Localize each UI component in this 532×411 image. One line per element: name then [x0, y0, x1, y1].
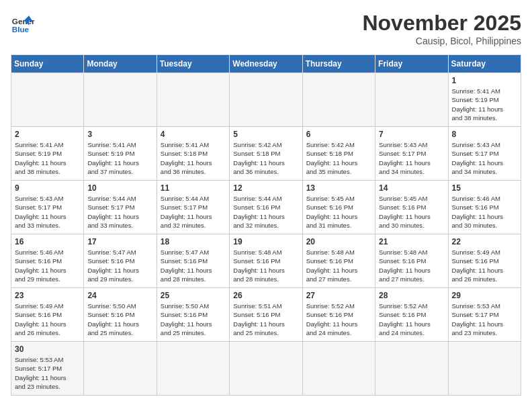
calendar-cell	[84, 73, 157, 127]
calendar-cell	[11, 73, 84, 127]
calendar-cell: 4Sunrise: 5:41 AM Sunset: 5:18 PM Daylig…	[157, 127, 229, 181]
calendar-cell: 18Sunrise: 5:47 AM Sunset: 5:16 PM Dayli…	[157, 234, 229, 288]
day-number: 25	[161, 291, 226, 300]
logo: General Blue	[11, 11, 35, 35]
day-number: 18	[161, 237, 226, 246]
day-info: Sunrise: 5:49 AM Sunset: 5:16 PM Dayligh…	[15, 302, 80, 337]
day-number: 24	[87, 291, 152, 300]
day-info: Sunrise: 5:45 AM Sunset: 5:16 PM Dayligh…	[306, 194, 371, 230]
day-info: Sunrise: 5:42 AM Sunset: 5:18 PM Dayligh…	[233, 140, 298, 176]
day-number: 4	[161, 130, 226, 139]
calendar-cell	[375, 73, 448, 127]
calendar-cell: 12Sunrise: 5:44 AM Sunset: 5:16 PM Dayli…	[230, 181, 302, 234]
weekday-header-tuesday: Tuesday	[157, 55, 229, 73]
calendar-cell: 7Sunrise: 5:43 AM Sunset: 5:17 PM Daylig…	[375, 127, 448, 181]
day-number: 21	[379, 237, 444, 246]
calendar-cell: 1Sunrise: 5:41 AM Sunset: 5:19 PM Daylig…	[448, 73, 521, 127]
calendar-cell: 14Sunrise: 5:45 AM Sunset: 5:16 PM Dayli…	[375, 181, 448, 234]
day-number: 11	[161, 183, 226, 193]
calendar-cell: 16Sunrise: 5:46 AM Sunset: 5:16 PM Dayli…	[11, 234, 84, 288]
day-number: 13	[306, 183, 371, 193]
calendar-cell: 2Sunrise: 5:41 AM Sunset: 5:19 PM Daylig…	[11, 127, 84, 181]
day-info: Sunrise: 5:42 AM Sunset: 5:18 PM Dayligh…	[306, 140, 371, 176]
day-number: 15	[452, 183, 517, 193]
calendar-cell	[302, 342, 375, 396]
day-number: 3	[87, 130, 152, 139]
calendar-table: SundayMondayTuesdayWednesdayThursdayFrid…	[11, 54, 521, 396]
weekday-header-row: SundayMondayTuesdayWednesdayThursdayFrid…	[11, 55, 521, 73]
day-number: 26	[233, 291, 298, 300]
calendar-cell	[84, 342, 157, 396]
calendar-cell: 26Sunrise: 5:51 AM Sunset: 5:16 PM Dayli…	[230, 288, 302, 342]
day-number: 1	[452, 76, 517, 85]
day-number: 20	[306, 237, 371, 246]
day-info: Sunrise: 5:44 AM Sunset: 5:17 PM Dayligh…	[87, 194, 152, 230]
day-number: 16	[15, 237, 80, 246]
day-info: Sunrise: 5:48 AM Sunset: 5:16 PM Dayligh…	[233, 248, 298, 283]
calendar-cell	[157, 342, 229, 396]
day-number: 10	[87, 183, 152, 193]
day-number: 29	[452, 291, 517, 300]
day-info: Sunrise: 5:52 AM Sunset: 5:16 PM Dayligh…	[379, 302, 444, 337]
weekday-header-thursday: Thursday	[302, 55, 375, 73]
page-header: General Blue November 2025 Causip, Bicol…	[11, 11, 521, 46]
calendar-cell: 28Sunrise: 5:52 AM Sunset: 5:16 PM Dayli…	[375, 288, 448, 342]
day-info: Sunrise: 5:51 AM Sunset: 5:16 PM Dayligh…	[233, 302, 298, 337]
calendar-cell: 19Sunrise: 5:48 AM Sunset: 5:16 PM Dayli…	[230, 234, 302, 288]
day-number: 2	[15, 130, 80, 139]
day-info: Sunrise: 5:47 AM Sunset: 5:16 PM Dayligh…	[87, 248, 152, 283]
day-number: 12	[233, 183, 298, 193]
day-info: Sunrise: 5:49 AM Sunset: 5:16 PM Dayligh…	[452, 248, 517, 283]
day-number: 22	[452, 237, 517, 246]
day-info: Sunrise: 5:46 AM Sunset: 5:16 PM Dayligh…	[452, 194, 517, 230]
calendar-cell: 20Sunrise: 5:48 AM Sunset: 5:16 PM Dayli…	[302, 234, 375, 288]
calendar-cell: 3Sunrise: 5:41 AM Sunset: 5:19 PM Daylig…	[84, 127, 157, 181]
day-info: Sunrise: 5:50 AM Sunset: 5:16 PM Dayligh…	[161, 302, 226, 337]
calendar-cell: 15Sunrise: 5:46 AM Sunset: 5:16 PM Dayli…	[448, 181, 521, 234]
calendar-cell	[375, 342, 448, 396]
calendar-week-row: 9Sunrise: 5:43 AM Sunset: 5:17 PM Daylig…	[11, 181, 521, 234]
day-number: 9	[15, 183, 80, 193]
calendar-cell: 23Sunrise: 5:49 AM Sunset: 5:16 PM Dayli…	[11, 288, 84, 342]
day-info: Sunrise: 5:41 AM Sunset: 5:19 PM Dayligh…	[452, 87, 517, 122]
calendar-cell: 22Sunrise: 5:49 AM Sunset: 5:16 PM Dayli…	[448, 234, 521, 288]
calendar-week-row: 2Sunrise: 5:41 AM Sunset: 5:19 PM Daylig…	[11, 127, 521, 181]
day-number: 28	[379, 291, 444, 300]
day-info: Sunrise: 5:41 AM Sunset: 5:18 PM Dayligh…	[161, 140, 226, 176]
day-number: 8	[452, 130, 517, 139]
calendar-cell	[448, 342, 521, 396]
calendar-cell	[157, 73, 229, 127]
location: Causip, Bicol, Philippines	[362, 36, 521, 46]
day-info: Sunrise: 5:53 AM Sunset: 5:17 PM Dayligh…	[15, 355, 80, 391]
calendar-cell: 17Sunrise: 5:47 AM Sunset: 5:16 PM Dayli…	[84, 234, 157, 288]
day-info: Sunrise: 5:53 AM Sunset: 5:17 PM Dayligh…	[452, 302, 517, 337]
weekday-header-monday: Monday	[84, 55, 157, 73]
calendar-cell: 25Sunrise: 5:50 AM Sunset: 5:16 PM Dayli…	[157, 288, 229, 342]
calendar-cell: 21Sunrise: 5:48 AM Sunset: 5:16 PM Dayli…	[375, 234, 448, 288]
day-info: Sunrise: 5:43 AM Sunset: 5:17 PM Dayligh…	[15, 194, 80, 230]
calendar-cell	[230, 73, 302, 127]
calendar-cell	[230, 342, 302, 396]
month-title: November 2025	[362, 11, 521, 36]
weekday-header-wednesday: Wednesday	[230, 55, 302, 73]
calendar-cell: 6Sunrise: 5:42 AM Sunset: 5:18 PM Daylig…	[302, 127, 375, 181]
calendar-cell: 30Sunrise: 5:53 AM Sunset: 5:17 PM Dayli…	[11, 342, 84, 396]
day-number: 6	[306, 130, 371, 139]
calendar-cell	[302, 73, 375, 127]
calendar-cell: 8Sunrise: 5:43 AM Sunset: 5:17 PM Daylig…	[448, 127, 521, 181]
day-info: Sunrise: 5:52 AM Sunset: 5:16 PM Dayligh…	[306, 302, 371, 337]
day-number: 17	[87, 237, 152, 246]
day-number: 14	[379, 183, 444, 193]
weekday-header-friday: Friday	[375, 55, 448, 73]
day-info: Sunrise: 5:41 AM Sunset: 5:19 PM Dayligh…	[15, 140, 80, 176]
day-number: 19	[233, 237, 298, 246]
calendar-cell: 10Sunrise: 5:44 AM Sunset: 5:17 PM Dayli…	[84, 181, 157, 234]
calendar-cell: 9Sunrise: 5:43 AM Sunset: 5:17 PM Daylig…	[11, 181, 84, 234]
day-info: Sunrise: 5:46 AM Sunset: 5:16 PM Dayligh…	[15, 248, 80, 283]
day-info: Sunrise: 5:48 AM Sunset: 5:16 PM Dayligh…	[306, 248, 371, 283]
day-info: Sunrise: 5:43 AM Sunset: 5:17 PM Dayligh…	[452, 140, 517, 176]
calendar-week-row: 30Sunrise: 5:53 AM Sunset: 5:17 PM Dayli…	[11, 342, 521, 396]
weekday-header-saturday: Saturday	[448, 55, 521, 73]
logo-icon: General Blue	[11, 11, 35, 35]
calendar-cell: 5Sunrise: 5:42 AM Sunset: 5:18 PM Daylig…	[230, 127, 302, 181]
